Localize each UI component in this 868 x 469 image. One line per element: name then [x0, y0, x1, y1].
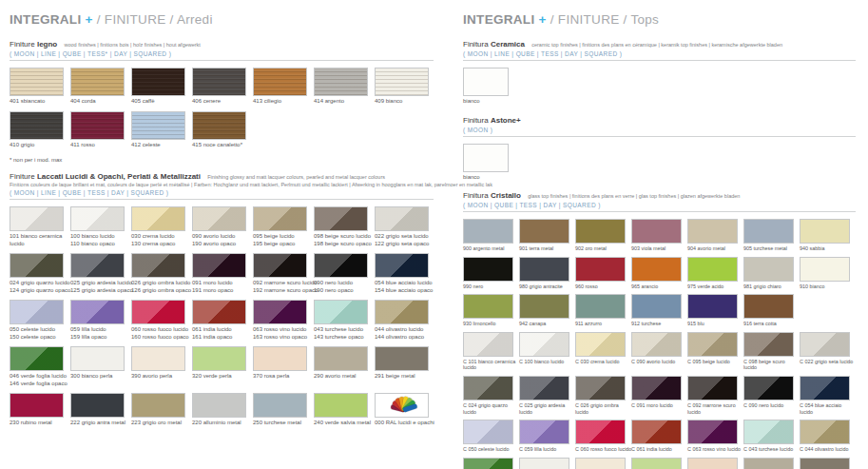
swatch-label: C 030 crema lucido [575, 359, 626, 365]
swatch-label: C 059 lilla lucido [519, 446, 569, 453]
finish-swatch: 240 verde salvia metal [314, 393, 368, 427]
section-title-prefix: Finiture [10, 172, 35, 181]
section-title-prefix: Finitura [463, 191, 489, 200]
catalog-page: INTEGRALI + / FINITURE / Arredi Finiture… [0, 0, 868, 469]
swatch-c-092-marrone-scuro [687, 376, 738, 401]
swatch-label: 061 india lucido161 india opaco [192, 326, 246, 341]
swatch-c-300-bianco-perla [519, 458, 569, 469]
finish-swatch: C 022 grigio seta lucido [800, 332, 850, 371]
swatch-404-corda [70, 68, 125, 96]
swatch-label: C 092 marrone scurolucido [687, 402, 738, 415]
brand-plus: + [539, 12, 547, 27]
finish-swatch: 220 alluminio metal [192, 393, 246, 427]
finish-swatch: C 291 beige metal [800, 458, 850, 469]
swatch-059-lilla-lucido [70, 300, 125, 324]
swatch-label: C 043 turchese lucido [743, 446, 794, 453]
swatch-label: 240 verde salvia metal [314, 420, 368, 427]
section-divider [10, 60, 434, 61]
models-list-astone: ( MOON ) [463, 127, 856, 133]
swatch-915-blu [687, 294, 738, 319]
finish-swatch: C 390 avorio perla [575, 458, 626, 469]
finish-swatch: 390 avorio perla [131, 346, 185, 387]
finish-swatch: C 095 beige lucido [687, 332, 738, 371]
swatch-320-verde-perla [192, 346, 246, 371]
swatch-220-alluminio-metal [192, 393, 246, 418]
swatch-406-cenere [192, 68, 246, 96]
finish-swatch: 090 avorio lucido190 avorio opaco [192, 206, 246, 247]
swatch-label: 044 olivastro lucido144 olivastro opaco [375, 326, 429, 341]
swatch-c-060-rosso-fuoco-lucido [575, 420, 626, 444]
swatch-411-rosso [70, 111, 125, 140]
finish-swatch: bianco [463, 144, 509, 182]
finish-swatch: 054 blue acciaio lucido154 blue acciaio … [375, 253, 429, 294]
finish-swatch: C 043 turchese lucido [743, 420, 794, 453]
swatch-label: C 098 beige scurolucido [743, 359, 794, 371]
swatch-903-viola-metal [631, 219, 682, 244]
section-title-prefix: Finiture [10, 40, 35, 49]
swatch-050-celeste-lucido [10, 300, 64, 324]
brand-name: INTEGRALI [463, 12, 534, 27]
swatch-label: C 026 grigio ombralucido [575, 402, 626, 415]
swatch-label: 413 ciliegio [253, 98, 307, 106]
swatch-label: 090 avorio lucido190 avorio opaco [192, 233, 246, 247]
swatch-label: C 063 rosso vino lucido [687, 446, 738, 453]
finish-swatch: C 061 india lucido [631, 420, 682, 453]
swatch-c-290-avorio-metal [743, 458, 794, 469]
finish-swatch: 320 verde perla [192, 346, 246, 387]
swatch-230-rubino-metal [10, 393, 64, 418]
section-title-prefix: Finitura [463, 116, 489, 125]
swatch-label: C 044 olivastro lucido [800, 446, 850, 453]
swatch-092-marrone-scuro-lucido [253, 253, 307, 278]
finish-swatch: 101 bianco ceramicalucido [10, 206, 64, 247]
swatch-090-avorio-lucido [192, 206, 246, 231]
swatch-label: C 095 beige lucido [687, 359, 738, 365]
section-divider [463, 136, 856, 137]
swatch-063-rosso-vino-lucido [253, 300, 307, 324]
swatch-label: 090 nero lucido190 nero opaco [314, 280, 368, 294]
finish-swatch: 903 viola metal [631, 219, 682, 252]
finish-swatch: 981 grigio chiaro [743, 257, 794, 290]
models-list-ceramica: ( MOON | LINE | QUBE | TESS | DAY | SQUA… [463, 50, 856, 57]
swatch-409-bianco [375, 68, 429, 96]
section-title-legno: Finiture legno wood finishes | finitions… [10, 40, 434, 49]
finish-swatch: 910 bianco [800, 257, 850, 290]
section-title-bold: legno [37, 40, 57, 49]
section-ceramica: Finitura Ceramica ceramic top finishes |… [463, 40, 856, 106]
swatch-c-044-olivastro-lucido [800, 420, 850, 444]
swatch-240-verde-salvia-metal [314, 393, 368, 418]
swatch-060-rosso-fuoco-lucido [131, 300, 185, 324]
swatch-bianco [463, 144, 509, 172]
finish-swatch: 044 olivastro lucido144 olivastro opaco [375, 300, 429, 341]
finish-swatch: 901 terra metal [519, 219, 569, 252]
finish-swatch: 930 limoncello [463, 294, 513, 327]
swatch-044-olivastro-lucido [375, 300, 429, 324]
swatch-c-063-rosso-vino-lucido [687, 420, 738, 444]
swatch-222-grigio-antra-metal [70, 393, 125, 418]
swatch-label: C 024 grigio quarzolucido [463, 402, 513, 415]
finish-swatch: 911 azzurro [575, 294, 626, 327]
swatch-label: 981 grigio chiaro [743, 283, 794, 290]
swatch-label: C 091 moro lucido [631, 402, 682, 409]
swatch-405-caff [131, 68, 185, 96]
swatch-901-terra-metal [519, 219, 569, 244]
swatch-022-grigio-seta-lucido [375, 206, 429, 231]
swatch-401-sbiancato [10, 68, 64, 96]
swatch-091-moro-lucido [192, 253, 246, 278]
footnote-legno: * non per i mod. max [10, 157, 434, 163]
finish-swatch: C 063 rosso vino lucido [687, 420, 738, 453]
swatch-905-turchese-metal [743, 219, 794, 244]
swatch-c-291-beige-metal [800, 458, 850, 469]
swatch-c-098-beige-scuro [743, 332, 794, 357]
finish-swatch: 090 nero lucido190 nero opaco [314, 253, 368, 294]
swatch-980-grigio-antracite [519, 257, 569, 282]
swatch-390-avorio-perla [131, 346, 185, 371]
section-legno: Finiture legno wood finishes | finitions… [10, 40, 434, 163]
finish-swatch: C 024 grigio quarzolucido [463, 376, 513, 415]
swatch-912-turchese [631, 294, 682, 319]
swatch-label: 300 bianco perla [70, 373, 125, 381]
finish-swatch: 412 celeste [131, 111, 185, 149]
models-list-legno: ( MOON | LINE | QUBE | TESS* | DAY | SQU… [10, 50, 434, 57]
finish-grid-laccati: 101 bianco ceramicalucido100 bianco luci… [10, 206, 434, 427]
swatch-label: C 022 grigio seta lucido [800, 359, 850, 365]
swatch-label: 915 blu [687, 321, 738, 327]
